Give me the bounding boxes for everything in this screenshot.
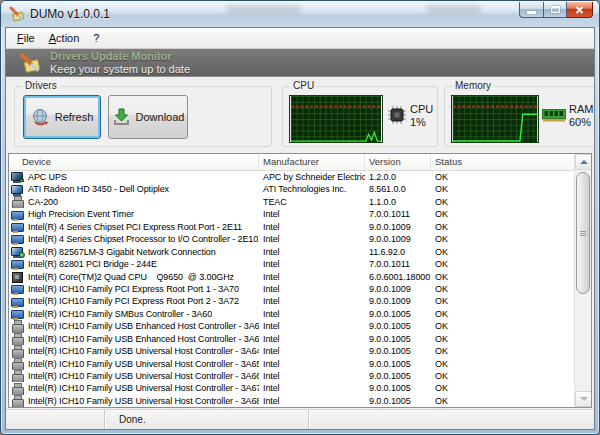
cell-manufacturer: Intel [259,333,365,345]
minimize-icon [527,11,536,14]
cell-status: OK [431,183,574,195]
window-frame-body: File Action ? Drivers Update Monitor Kee… [5,27,595,430]
table-row[interactable]: Intel(R) ICH10 Family SMBus Controller -… [9,308,574,320]
window-title: DUMo v1.0.0.1 [30,7,110,21]
device-icon [11,370,24,382]
scrollbar-thumb[interactable] [576,172,590,294]
device-icon [11,196,24,208]
scroll-up-button[interactable] [575,154,592,170]
scroll-down-button[interactable] [575,391,592,407]
maximize-button[interactable] [543,2,567,18]
device-icon [11,308,24,320]
refresh-button[interactable]: Refresh [23,95,101,139]
table-row[interactable]: Intel(R) ICH10 Family PCI Express Root P… [9,283,574,295]
cell-version: 9.0.0.1009 [365,233,431,245]
cpu-stat: CPU 1% [410,103,433,129]
titlebar[interactable]: DUMo v1.0.0.1 [1,1,599,27]
device-icon [11,171,24,183]
cpu-group: CPU [282,86,438,147]
cell-device: Intel(R) ICH10 Family USB Universal Host… [28,382,259,394]
download-button[interactable]: Download [108,95,188,139]
cell-manufacturer: Intel [259,233,365,245]
device-icon [11,221,24,233]
arrow-down-icon [580,397,588,401]
device-icon [11,209,24,221]
cell-device: Intel(R) ICH10 Family PCI Express Root P… [28,283,239,295]
ram-stat-label: RAM [569,103,593,116]
cell-status: OK [431,333,574,345]
column-header-manufacturer[interactable]: Manufacturer [259,154,365,170]
table-row[interactable]: Intel(R) 4 Series Chipset PCI Express Ro… [9,221,574,233]
table-row[interactable]: Intel(R) ICH10 Family USB Enhanced Host … [9,333,574,345]
table-row[interactable]: Intel(R) 82567LM-3 Gigabit Network Conne… [9,246,574,258]
cell-status: OK [431,171,574,183]
cell-status: OK [431,295,574,307]
menu-action[interactable]: Action [42,30,87,46]
table-row[interactable]: APC UPS APC by Schneider Electric 1.2.0.… [9,171,574,183]
table-row[interactable]: Intel(R) ICH10 Family PCI Express Root P… [9,295,574,307]
app-window: DUMo v1.0.0.1 File Action ? [0,0,600,435]
cell-manufacturer: Intel [259,308,365,320]
table-row[interactable]: Intel(R) ICH10 Family USB Universal Host… [9,382,574,394]
cell-version: 9.0.0.1009 [365,221,431,233]
cell-version: 9.0.0.1005 [365,333,431,345]
minimize-button[interactable] [519,2,543,18]
cpu-stat-label: CPU [410,103,433,116]
cell-manufacturer: Intel [259,208,365,220]
device-icon [11,258,24,270]
cell-version: 9.0.0.1009 [365,283,431,295]
cell-manufacturer: Intel [259,271,365,283]
table-row[interactable]: Intel(R) 82801 PCI Bridge - 244E Intel 7… [9,258,574,270]
column-header-device[interactable]: Device [9,154,259,170]
cell-device: High Precision Event Timer [28,208,134,220]
table-row[interactable]: Intel(R) 4 Series Chipset Processor to I… [9,233,574,245]
drivers-group: Drivers Refresh [14,86,272,147]
vertical-scrollbar[interactable] [574,154,591,407]
download-icon [112,108,131,126]
tools-icon [19,52,41,74]
table-row[interactable]: Intel(R) ICH10 Family USB Universal Host… [9,370,574,382]
cell-version: 9.0.0.1005 [365,345,431,357]
device-icon [11,333,24,345]
cell-status: OK [431,246,574,258]
cell-version: 9.0.0.1005 [365,308,431,320]
table-row[interactable]: Intel(R) ICH10 Family USB Universal Host… [9,395,574,407]
table-row[interactable]: High Precision Event Timer Intel 7.0.0.1… [9,208,574,220]
banner-subtitle: Keep your system up to date [50,63,190,75]
cpu-group-label: CPU [290,80,317,91]
app-icon [9,6,25,22]
table-row[interactable]: CA-200 TEAC 1.1.0.0 OK [9,196,574,208]
device-icon [11,320,24,332]
cell-status: OK [431,221,574,233]
menu-help[interactable]: ? [86,30,106,46]
table-row[interactable]: ATI Radeon HD 3450 - Dell Optiplex ATI T… [9,183,574,195]
cell-status: OK [431,208,574,220]
cell-version: 6.0.6001.18000 [365,271,431,283]
window-controls [519,2,593,18]
cell-device: Intel(R) 82801 PCI Bridge - 244E [28,258,157,270]
cell-device: Intel(R) ICH10 Family USB Universal Host… [28,395,259,407]
cell-device: Intel(R) 4 Series Chipset Processor to I… [28,233,258,245]
statusbar-pane [308,410,594,429]
cell-device: Intel(R) ICH10 Family PCI Express Root P… [28,295,239,307]
cell-device: Intel(R) 4 Series Chipset PCI Express Ro… [28,221,242,233]
close-icon [575,6,584,14]
column-header-status[interactable]: Status [431,154,574,170]
menu-file[interactable]: File [10,30,42,46]
table-row[interactable]: Intel(R) Core(TM)2 Quad CPU Q9650 @ 3.00… [9,271,574,283]
table-row[interactable]: Intel(R) ICH10 Family USB Universal Host… [9,345,574,357]
device-icon [11,246,24,258]
table-row[interactable]: Intel(R) ICH10 Family USB Universal Host… [9,358,574,370]
table-row[interactable]: Intel(R) ICH10 Family USB Enhanced Host … [9,320,574,332]
cell-device: Intel(R) ICH10 Family USB Universal Host… [28,358,259,370]
memory-stat: RAM 60% [569,103,593,129]
cell-version: 9.0.0.1005 [365,370,431,382]
drivers-group-label: Drivers [22,80,60,91]
cell-manufacturer: Intel [259,345,365,357]
column-header-version[interactable]: Version [365,154,431,170]
cell-device: Intel(R) Core(TM)2 Quad CPU Q9650 @ 3.00… [28,271,234,283]
cell-device: Intel(R) ICH10 Family USB Enhanced Host … [28,333,259,345]
cell-version: 8.561.0.0 [365,183,431,195]
close-button[interactable] [567,2,593,18]
cell-device: Intel(R) ICH10 Family USB Universal Host… [28,345,259,357]
